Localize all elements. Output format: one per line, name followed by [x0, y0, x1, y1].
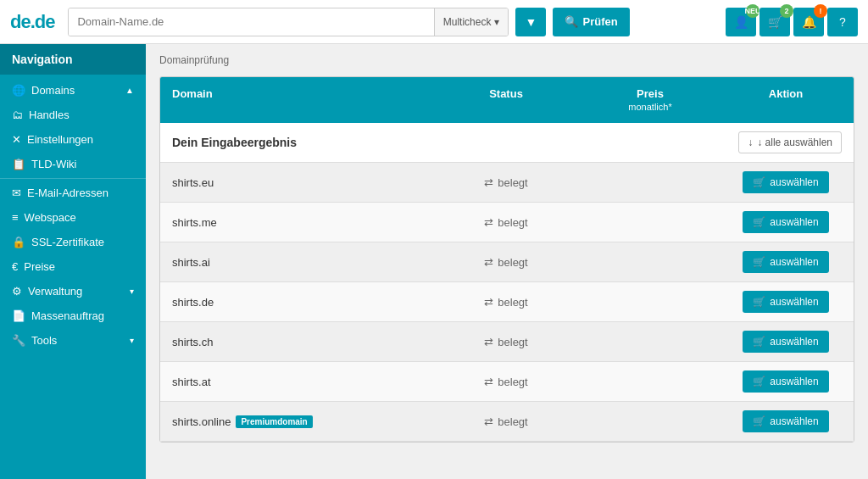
user-icon: 👤 — [734, 15, 748, 29]
transfer-icon: ⇄ — [484, 336, 493, 348]
auswahlen-button[interactable]: 🛒 auswählen — [743, 370, 828, 393]
chevron-down-icon: ▾ — [130, 287, 134, 296]
select-all-button[interactable]: ↓ ↓ alle auswählen — [738, 131, 842, 153]
col-aktion: Aktion — [718, 77, 854, 123]
transfer-icon: ⇄ — [484, 296, 493, 309]
domain-cell: shirts.me — [160, 208, 430, 237]
price-cell — [582, 253, 718, 270]
sidebar-item-massenauftrag[interactable]: 📄 Massenauftrag — [0, 304, 146, 328]
chevron-down-icon2: ▾ — [130, 336, 134, 345]
bell-button[interactable]: 🔔 ! — [793, 8, 824, 36]
status-cell: ⇄ belegt — [430, 168, 582, 198]
table-row: shirts.ch ⇄ belegt 🛒 auswählen — [160, 322, 854, 362]
main-content: Domainprüfung Domain Status Preis monatl… — [146, 44, 868, 479]
chevron-down-icon: ▾ — [494, 16, 499, 28]
bulk-icon: 📄 — [12, 309, 25, 322]
sidebar-item-ssl[interactable]: 🔒 SSL-Zertifikate — [0, 230, 146, 254]
search-icon: 🔍 — [565, 15, 578, 28]
header-icons: 👤 NEU 🛒 2 🔔 ! ? — [726, 8, 858, 36]
user-button[interactable]: 👤 NEU — [726, 8, 756, 36]
cart-icon: 🛒 — [753, 376, 765, 387]
price-cell — [582, 293, 718, 310]
sidebar-item-verwaltung[interactable]: ⚙ Verwaltung ▾ — [0, 279, 146, 304]
action-cell: 🛒 auswählen — [718, 203, 854, 242]
cart-icon: 🛒 — [768, 15, 782, 29]
price-cell — [582, 373, 718, 390]
sidebar-item-tools[interactable]: 🔧 Tools ▾ — [0, 328, 146, 353]
lock-icon: 🔒 — [12, 236, 25, 248]
section-title: Dein Eingabeergebnis — [172, 136, 297, 149]
transfer-icon: ⇄ — [484, 216, 493, 229]
premium-badge: Premiumdomain — [236, 415, 312, 428]
table-row: shirts.me ⇄ belegt 🛒 auswählen — [160, 203, 854, 242]
action-cell: 🛒 auswählen — [718, 282, 854, 321]
download-icon: ↓ — [748, 136, 753, 148]
table-row: shirts.at ⇄ belegt 🛒 auswählen — [160, 362, 854, 402]
cart-icon: 🛒 — [753, 415, 765, 427]
action-cell: 🛒 auswählen — [718, 163, 854, 202]
auswahlen-button[interactable]: 🛒 auswählen — [743, 291, 828, 313]
col-domain: Domain — [160, 77, 430, 123]
domain-table: Domain Status Preis monatlich* Aktion De… — [159, 76, 854, 443]
sidebar-item-webspace[interactable]: ≡ Webspace — [0, 205, 146, 230]
search-bar: Multicheck ▾ — [68, 8, 509, 36]
bell-badge: ! — [814, 4, 827, 18]
auswahlen-button[interactable]: 🛒 auswählen — [743, 171, 828, 193]
settings-icon: ✕ — [12, 133, 21, 146]
cart-icon: 🛒 — [753, 256, 765, 268]
action-cell: 🛒 auswählen — [718, 362, 854, 401]
sidebar-item-einstellungen[interactable]: ✕ Einstellungen — [0, 127, 146, 152]
domain-cell: shirts.at — [160, 367, 430, 397]
sidebar-item-tldwiki[interactable]: 📋 TLD-Wiki — [0, 152, 146, 176]
col-preis: Preis monatlich* — [582, 77, 718, 123]
gear-icon: ⚙ — [12, 285, 22, 298]
globe-icon: 🌐 — [12, 84, 25, 97]
new-badge: NEU — [746, 4, 760, 18]
domain-cell: shirts.eu — [160, 168, 430, 198]
table-header: Domain Status Preis monatlich* Aktion — [160, 77, 854, 123]
sidebar-item-handles[interactable]: 🗂 Handles — [0, 103, 146, 127]
tools-icon: 🔧 — [12, 334, 25, 347]
price-cell — [582, 413, 718, 430]
cart-button[interactable]: 🛒 2 — [760, 8, 790, 36]
col-status: Status — [430, 77, 582, 123]
transfer-icon: ⇄ — [484, 376, 493, 388]
auswahlen-button[interactable]: 🛒 auswählen — [743, 211, 828, 233]
help-button[interactable]: ? — [827, 8, 858, 36]
layout: Navigation 🌐 Domains ▲ 🗂 Handles ✕ Einst… — [0, 44, 868, 479]
domain-name-premium: shirts.online Premiumdomain — [172, 415, 418, 428]
transfer-icon: ⇄ — [484, 176, 493, 189]
cart-icon: 🛒 — [753, 176, 765, 188]
email-icon: ✉ — [12, 187, 21, 199]
help-icon: ? — [839, 15, 846, 29]
auswahlen-button[interactable]: 🛒 auswählen — [743, 251, 828, 273]
logo: de.de — [10, 11, 54, 33]
section-header: Dein Eingabeergebnis ↓ ↓ alle auswählen — [160, 123, 854, 163]
status-cell: ⇄ belegt — [430, 407, 582, 437]
domain-cell: shirts.ai — [160, 248, 430, 277]
cart-icon: 🛒 — [753, 216, 765, 228]
chevron-up-icon: ▲ — [125, 86, 134, 95]
header: de.de Multicheck ▾ ▼ 🔍 Prüfen 👤 NEU 🛒 2 … — [0, 0, 868, 44]
pruefen-button[interactable]: 🔍 Prüfen — [553, 8, 629, 36]
transfer-icon: ⇄ — [484, 256, 493, 269]
sidebar-item-email[interactable]: ✉ E-Mail-Adressen — [0, 181, 146, 205]
search-input[interactable] — [69, 8, 433, 36]
status-cell: ⇄ belegt — [430, 208, 582, 237]
table-row: shirts.ai ⇄ belegt 🛒 auswählen — [160, 242, 854, 282]
multicheck-button[interactable]: Multicheck ▾ — [434, 8, 509, 36]
sidebar: Navigation 🌐 Domains ▲ 🗂 Handles ✕ Einst… — [0, 44, 146, 479]
filter-button[interactable]: ▼ — [515, 8, 546, 36]
table-row: shirts.de ⇄ belegt 🛒 auswählen — [160, 282, 854, 322]
sidebar-item-domains[interactable]: 🌐 Domains ▲ — [0, 78, 146, 103]
handles-icon: 🗂 — [12, 109, 23, 121]
cart-badge: 2 — [780, 4, 793, 18]
auswahlen-button[interactable]: 🛒 auswählen — [743, 331, 828, 353]
sidebar-title: Navigation — [0, 44, 146, 75]
filter-icon: ▼ — [526, 15, 537, 29]
status-cell: ⇄ belegt — [430, 248, 582, 277]
bell-icon: 🔔 — [802, 15, 816, 29]
cart-icon: 🛒 — [753, 336, 765, 348]
sidebar-item-preise[interactable]: € Preise — [0, 254, 146, 279]
auswahlen-button[interactable]: 🛒 auswählen — [743, 410, 828, 432]
